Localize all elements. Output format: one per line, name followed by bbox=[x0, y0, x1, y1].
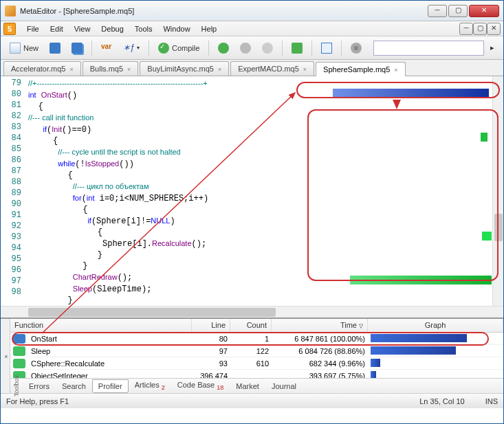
menu-window[interactable]: Window bbox=[157, 23, 195, 35]
row-icon bbox=[13, 334, 25, 344]
panel-tabs: Toolbox Errors Search Profiler Articles … bbox=[10, 378, 503, 393]
file-tabs: Accelerator.mq5×Bulls.mq5×BuyLimitAsync.… bbox=[1, 60, 503, 76]
scroll-thumb[interactable] bbox=[494, 214, 503, 241]
col-line[interactable]: Line bbox=[192, 319, 230, 332]
menu-debug[interactable]: Debug bbox=[96, 23, 129, 35]
tab-close-icon[interactable]: × bbox=[69, 66, 73, 73]
chart-button[interactable] bbox=[316, 39, 337, 57]
menu-tools[interactable]: Tools bbox=[129, 23, 158, 35]
tab-close-icon[interactable]: × bbox=[394, 67, 397, 74]
toolbox-label: Toolbox bbox=[13, 375, 20, 397]
file-tab[interactable]: Bulls.mq5× bbox=[83, 61, 139, 76]
row-line: 93 bbox=[195, 359, 233, 368]
tab-close-icon[interactable]: × bbox=[218, 66, 221, 73]
tab-search[interactable]: Search bbox=[56, 379, 92, 393]
var-button[interactable]: var bbox=[96, 39, 117, 57]
inline-bar-onstart bbox=[333, 89, 489, 98]
row-line: 97 bbox=[195, 347, 233, 355]
pause-button[interactable] bbox=[235, 39, 256, 57]
mdi-minimize-button[interactable]: ─ bbox=[459, 23, 473, 35]
file-tab[interactable]: ExpertMACD.mq5× bbox=[230, 61, 314, 76]
var-icon: var bbox=[101, 43, 112, 54]
save-all-button[interactable] bbox=[67, 39, 87, 57]
menu-edit[interactable]: Edit bbox=[45, 23, 69, 35]
menu-help[interactable]: Help bbox=[196, 23, 223, 35]
run-button[interactable] bbox=[213, 39, 234, 57]
col-time[interactable]: Time ▽ bbox=[272, 319, 368, 332]
menu-view[interactable]: View bbox=[69, 23, 96, 35]
row-time: 682 344 (9.96%) bbox=[274, 359, 371, 368]
step-button[interactable] bbox=[287, 39, 307, 57]
row-count: 1 bbox=[233, 335, 274, 343]
inline-bar-while bbox=[481, 133, 487, 142]
statusbar: For Help, press F1 Ln 35, Col 10 INS bbox=[1, 393, 503, 408]
new-button[interactable]: New bbox=[5, 39, 43, 57]
settings-button[interactable] bbox=[346, 39, 366, 57]
tab-journal[interactable]: Journal bbox=[265, 379, 303, 393]
row-graph bbox=[371, 346, 503, 356]
col-function[interactable]: Function bbox=[10, 319, 192, 332]
new-icon bbox=[10, 43, 21, 54]
row-time: 6 084 726 (88.86%) bbox=[274, 347, 371, 355]
window-title: MetaEditor - [SphereSample.mq5] bbox=[20, 7, 428, 15]
row-count: 122 bbox=[233, 347, 274, 355]
row-count: 610 bbox=[233, 359, 274, 368]
profiler-row[interactable]: CSphere::Recalculate93610682 344 (9.96%) bbox=[10, 357, 503, 370]
profiler-row[interactable]: Sleep971226 084 726 (88.86%) bbox=[10, 345, 503, 357]
profiler-row[interactable]: ObjectSetInteger396 474393 697 (5.75%) bbox=[10, 370, 503, 378]
chart-icon bbox=[321, 43, 332, 54]
code-area[interactable]: //+-------------------------------------… bbox=[25, 76, 503, 306]
profiler-header: Function Line Count Time ▽ Graph bbox=[10, 319, 503, 333]
tab-market[interactable]: Market bbox=[230, 379, 265, 393]
search-input[interactable] bbox=[373, 41, 484, 56]
tab-profiler[interactable]: Profiler bbox=[92, 379, 129, 393]
row-fn: OnStart bbox=[28, 335, 195, 343]
tab-codebase[interactable]: Code Base 18 bbox=[171, 378, 230, 394]
row-time: 6 847 861 (100.00%) bbox=[274, 335, 371, 343]
horizontal-scrollbar[interactable] bbox=[1, 306, 503, 317]
profiler-rows: OnStart8016 847 861 (100.00%)Sleep971226… bbox=[10, 333, 503, 378]
hscroll-thumb[interactable] bbox=[28, 308, 276, 317]
tab-articles[interactable]: Articles 2 bbox=[129, 378, 171, 394]
fx-button[interactable]: ∗ƒ▾ bbox=[118, 39, 144, 57]
save-button[interactable] bbox=[45, 39, 65, 57]
file-tab[interactable]: BuyLimitAsync.mq5× bbox=[140, 61, 229, 76]
play-icon bbox=[218, 43, 229, 54]
mdi-restore-button[interactable]: ▢ bbox=[473, 23, 487, 35]
search-go-button[interactable]: ▸ bbox=[485, 39, 499, 57]
panel-close-button[interactable]: × bbox=[1, 319, 10, 393]
status-position: Ln 35, Col 10 bbox=[419, 397, 464, 405]
row-graph bbox=[371, 334, 503, 344]
row-line: 396 474 bbox=[195, 372, 233, 379]
step-icon bbox=[292, 43, 303, 54]
titlebar: MetaEditor - [SphereSample.mq5] ─ ▢ ✕ bbox=[1, 1, 503, 21]
profiler-row[interactable]: OnStart8016 847 861 (100.00%) bbox=[10, 333, 503, 345]
tab-errors[interactable]: Errors bbox=[23, 379, 56, 393]
vertical-scrollbar[interactable] bbox=[492, 76, 503, 306]
toolbox-panel: × Function Line Count Time ▽ Graph OnSta… bbox=[1, 317, 503, 393]
app-logo: 5 bbox=[3, 23, 16, 35]
close-button[interactable]: ✕ bbox=[469, 5, 499, 17]
status-help: For Help, press F1 bbox=[6, 397, 69, 405]
file-tab[interactable]: SphereSample.mq5× bbox=[316, 62, 406, 76]
save-icon bbox=[50, 43, 61, 54]
tab-close-icon[interactable]: × bbox=[127, 66, 131, 73]
toolbar: New var ∗ƒ▾ Compile ▸ bbox=[1, 36, 503, 60]
tab-close-icon[interactable]: × bbox=[303, 66, 307, 73]
col-graph[interactable]: Graph bbox=[368, 319, 503, 332]
minimize-button[interactable]: ─ bbox=[428, 5, 447, 17]
gear-icon bbox=[351, 43, 362, 54]
maximize-button[interactable]: ▢ bbox=[448, 5, 468, 17]
menu-file[interactable]: File bbox=[21, 23, 45, 35]
row-time: 393 697 (5.75%) bbox=[274, 372, 371, 379]
fx-icon: ∗ƒ bbox=[123, 43, 134, 54]
code-editor[interactable]: 7980818283848586878889909192939495969798… bbox=[1, 76, 503, 306]
inline-bar-sleep bbox=[350, 276, 492, 284]
compile-button[interactable]: Compile bbox=[153, 39, 204, 57]
menubar: 5 File Edit View Debug Tools Window Help… bbox=[1, 21, 503, 36]
col-count[interactable]: Count bbox=[230, 319, 272, 332]
stop-icon bbox=[262, 43, 273, 54]
file-tab[interactable]: Accelerator.mq5× bbox=[3, 61, 81, 76]
stop-button[interactable] bbox=[257, 39, 278, 57]
mdi-close-button[interactable]: ✕ bbox=[487, 23, 501, 35]
